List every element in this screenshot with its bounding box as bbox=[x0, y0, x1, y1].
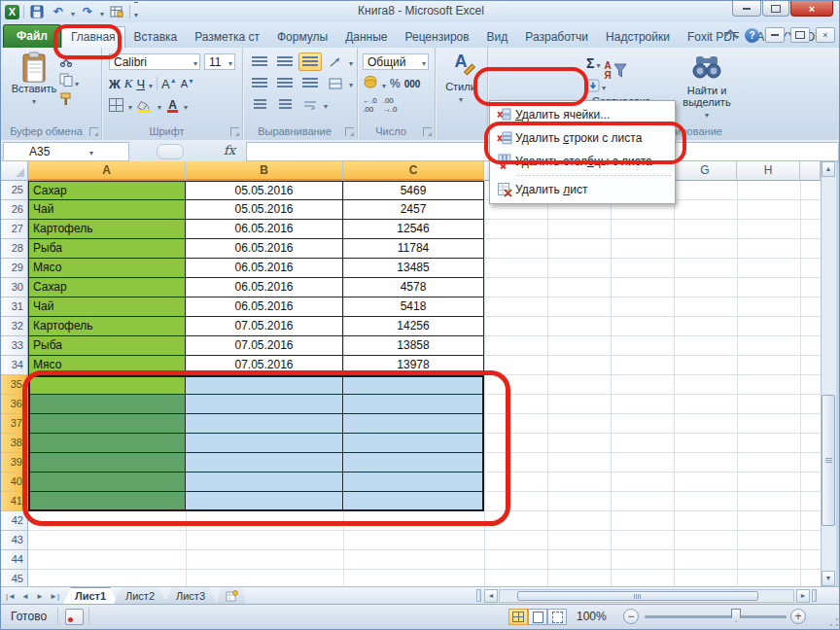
cell-A30[interactable]: Сахар bbox=[29, 278, 186, 298]
cell-B34[interactable]: 07.05.2016 bbox=[186, 356, 343, 375]
row-header-33[interactable]: 33 bbox=[1, 336, 28, 356]
formula-bar-grip[interactable] bbox=[157, 144, 184, 159]
row-header-43[interactable]: 43 bbox=[1, 531, 28, 550]
format-painter-button[interactable] bbox=[59, 92, 73, 110]
insert-sheet-tab[interactable] bbox=[217, 587, 246, 604]
cell-styles-button[interactable]: А Стили bbox=[441, 52, 480, 104]
last-sheet-icon[interactable]: ►| bbox=[48, 589, 61, 603]
menu-item[interactable]: Удалить строки с листа bbox=[490, 126, 675, 150]
cell-C32[interactable]: 14256 bbox=[343, 317, 484, 336]
zoom-in-icon[interactable]: + bbox=[790, 609, 806, 624]
vertical-scroll-thumb[interactable] bbox=[822, 395, 835, 526]
workbook-minimize-button[interactable] bbox=[765, 27, 785, 43]
number-dialog-launcher-icon[interactable] bbox=[423, 127, 432, 136]
clipboard-dialog-launcher-icon[interactable] bbox=[89, 127, 98, 136]
cell-A26[interactable]: Чай bbox=[29, 200, 186, 220]
vertical-scrollbar[interactable]: ▲ ▼ bbox=[821, 161, 836, 586]
paste-button[interactable]: Вставить bbox=[11, 52, 57, 106]
column-header-partial[interactable] bbox=[800, 161, 821, 181]
select-all-corner[interactable] bbox=[1, 161, 28, 181]
resize-grip[interactable] bbox=[829, 617, 839, 627]
copy-button[interactable] bbox=[59, 73, 79, 90]
percent-button[interactable]: % bbox=[390, 77, 401, 90]
merge-dropdown-icon[interactable] bbox=[349, 74, 353, 92]
cell-A29[interactable]: Мясо bbox=[29, 259, 186, 278]
help-icon[interactable]: ? bbox=[745, 28, 759, 43]
cell-C41[interactable] bbox=[343, 492, 484, 511]
first-sheet-icon[interactable]: |◄ bbox=[4, 589, 18, 603]
font-size-select[interactable]: 11 bbox=[204, 53, 235, 70]
row-header-32[interactable]: 32 bbox=[1, 317, 28, 336]
zoom-level[interactable]: 100% bbox=[577, 610, 607, 623]
align-top-button[interactable] bbox=[248, 52, 271, 71]
spreadsheet-grid[interactable]: Сахар05.05.20165469Чай05.05.20162457Карт… bbox=[28, 181, 821, 586]
ribbon-tab[interactable]: Разметка ст bbox=[186, 27, 268, 48]
cell-B29[interactable]: 06.05.2016 bbox=[186, 259, 343, 278]
shrink-font-button[interactable]: А▼ bbox=[181, 78, 194, 89]
sheet-tab-Лист2[interactable]: Лист2 bbox=[114, 587, 166, 604]
font-dialog-launcher-icon[interactable] bbox=[230, 127, 239, 136]
cell-A36[interactable] bbox=[29, 395, 186, 414]
menu-item[interactable]: Удалить столбцы с листа bbox=[490, 150, 675, 173]
restore-button[interactable] bbox=[762, 1, 789, 17]
cell-B28[interactable]: 06.05.2016 bbox=[186, 239, 343, 259]
ribbon-tab[interactable]: Вставка bbox=[125, 27, 187, 48]
underline-button[interactable]: Ч bbox=[136, 77, 145, 91]
scroll-right-icon[interactable]: ► bbox=[796, 589, 810, 603]
menu-item[interactable]: Удалить лист bbox=[490, 178, 675, 201]
cell-C37[interactable] bbox=[343, 414, 484, 434]
column-header-B[interactable]: B bbox=[186, 161, 343, 181]
cell-C30[interactable]: 4578 bbox=[343, 278, 484, 298]
cell-B37[interactable] bbox=[186, 414, 343, 434]
row-header-41[interactable]: 41 bbox=[1, 492, 28, 511]
font-name-select[interactable]: Calibri bbox=[109, 53, 200, 70]
borders-dropdown-icon[interactable] bbox=[128, 96, 132, 114]
cell-A25[interactable]: Сахар bbox=[29, 181, 186, 200]
horizontal-scrollbar[interactable] bbox=[499, 589, 794, 603]
orientation-dropdown-icon[interactable] bbox=[349, 52, 353, 71]
collapse-ribbon-icon[interactable] bbox=[725, 29, 739, 43]
cell-B41[interactable] bbox=[186, 492, 343, 511]
ribbon-tab[interactable]: Рецензиров bbox=[396, 27, 477, 48]
cell-B35[interactable] bbox=[186, 375, 343, 395]
column-header-C[interactable]: C bbox=[343, 161, 484, 181]
zoom-out-icon[interactable]: − bbox=[623, 609, 639, 624]
ribbon-tab[interactable]: Разработчи bbox=[516, 27, 597, 48]
column-header-G[interactable]: G bbox=[674, 161, 737, 181]
number-format-select[interactable]: Общий bbox=[363, 53, 429, 70]
menu-item[interactable]: Удалить ячейки... bbox=[490, 103, 675, 126]
cell-C29[interactable]: 13485 bbox=[343, 259, 484, 278]
cell-C35[interactable] bbox=[343, 375, 484, 395]
align-right-button[interactable] bbox=[298, 74, 322, 92]
macro-record-icon[interactable] bbox=[65, 609, 84, 625]
bold-button[interactable]: Ж bbox=[109, 77, 121, 91]
cell-C39[interactable] bbox=[343, 453, 484, 472]
increase-decimal-button[interactable]: ←.0.00 bbox=[363, 96, 377, 114]
workbook-restore-button[interactable] bbox=[790, 27, 810, 43]
orientation-button[interactable] bbox=[324, 52, 347, 71]
row-header-31[interactable]: 31 bbox=[1, 298, 28, 317]
zoom-slider-track[interactable] bbox=[645, 615, 787, 618]
fill-color-dropdown-icon[interactable] bbox=[158, 96, 161, 114]
cell-A39[interactable] bbox=[29, 453, 186, 472]
grow-font-button[interactable]: А▲ bbox=[161, 77, 177, 91]
cell-C33[interactable]: 13858 bbox=[343, 336, 484, 356]
font-color-button[interactable]: А bbox=[166, 98, 179, 113]
cell-C27[interactable]: 12546 bbox=[343, 220, 484, 239]
cell-C40[interactable] bbox=[343, 472, 484, 492]
italic-button[interactable]: К bbox=[124, 76, 133, 91]
cell-C28[interactable]: 11784 bbox=[343, 239, 484, 259]
cell-A33[interactable]: Рыба bbox=[29, 336, 186, 356]
page-break-view-button[interactable] bbox=[547, 609, 567, 625]
cell-B32[interactable]: 07.05.2016 bbox=[186, 317, 343, 336]
alignment-dialog-launcher-icon[interactable] bbox=[345, 127, 354, 136]
cell-B26[interactable]: 05.05.2016 bbox=[186, 200, 343, 220]
row-header-40[interactable]: 40 bbox=[1, 472, 28, 492]
align-left-button[interactable] bbox=[248, 74, 271, 92]
cell-C31[interactable]: 5418 bbox=[343, 298, 484, 317]
cell-C34[interactable]: 13978 bbox=[343, 356, 484, 375]
scroll-down-icon[interactable]: ▼ bbox=[822, 571, 835, 586]
insert-function-button[interactable]: fx bbox=[217, 143, 242, 159]
sort-filter-button[interactable]: АЯ bbox=[594, 55, 637, 81]
cell-B25[interactable]: 05.05.2016 bbox=[186, 181, 343, 200]
